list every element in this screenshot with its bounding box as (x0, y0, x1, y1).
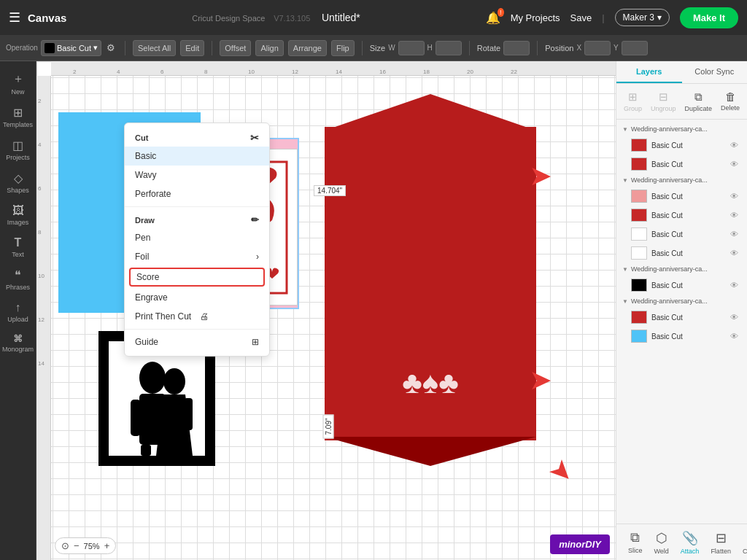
attach-icon: 📎 (682, 530, 698, 546)
sidebar-item-new[interactable]: ＋ New (0, 67, 36, 100)
cut-basic-item[interactable]: Basic (125, 147, 269, 166)
sidebar-item-shapes[interactable]: ◇ Shapes (0, 167, 36, 198)
layer-item-4-2[interactable]: Basic Cut 👁 (616, 327, 747, 346)
guide-label: Guide (135, 337, 158, 347)
offset-button[interactable]: Offset (220, 40, 251, 56)
layer-name: Basic Cut (651, 141, 726, 149)
sidebar-item-upload[interactable]: ↑ Upload (0, 297, 36, 327)
ungroup-action[interactable]: ⊟ Ungroup (646, 88, 681, 114)
edit-button[interactable]: Edit (180, 40, 204, 56)
ruler-mark: 10 (248, 69, 255, 75)
align-button[interactable]: Align (255, 40, 283, 56)
layer-group-3-header[interactable]: ▼ Wedding-anniversary-ca... (616, 262, 747, 276)
layer-item-1-2[interactable]: Basic Cut 👁 (616, 155, 747, 174)
eye-icon[interactable]: 👁 (730, 332, 738, 341)
settings-icon[interactable]: ⚙ (104, 42, 117, 53)
layer-item-3-1[interactable]: Basic Cut 👁 (616, 276, 747, 295)
ruler-mark: 18 (423, 69, 430, 75)
delete-icon: 🗑 (725, 90, 736, 103)
layer-thumb (631, 330, 647, 343)
flatten-button[interactable]: ⊟ Flatten (705, 527, 737, 558)
duplicate-action[interactable]: ⧉ Duplicate (681, 88, 717, 114)
zoom-out-button[interactable]: − (74, 540, 80, 551)
eye-icon[interactable]: 👁 (730, 230, 738, 238)
draw-score-item[interactable]: Score (129, 268, 265, 287)
group-icon: ⊞ (628, 90, 638, 104)
templates-icon: ⊞ (13, 106, 23, 120)
guide-item[interactable]: Guide ⊞ (125, 332, 269, 351)
red-envelope[interactable]: ♣♠♣ (325, 127, 536, 440)
eye-icon[interactable]: 👁 (730, 160, 738, 168)
topbar-left: ☰ Canvas (9, 9, 66, 26)
canvas-area[interactable]: 2 4 6 8 10 12 14 16 18 20 22 2 4 6 8 10 … (36, 61, 616, 560)
eye-icon[interactable]: 👁 (730, 192, 738, 201)
eye-icon[interactable]: 👁 (730, 141, 738, 149)
cut-perforate-item[interactable]: Perforate (125, 184, 269, 203)
sidebar-item-templates[interactable]: ⊞ Templates (0, 101, 36, 133)
my-projects-link[interactable]: My Projects (511, 12, 560, 23)
chevron-down-icon: ▼ (622, 177, 628, 184)
weld-button[interactable]: ⬡ Weld (649, 527, 675, 558)
tab-layers[interactable]: Layers (616, 61, 682, 83)
layer-item-2-4[interactable]: Basic Cut 👁 (616, 244, 747, 262)
operation-select[interactable]: Basic Cut ▾ (41, 40, 101, 56)
arrange-button[interactable]: Arrange (288, 40, 327, 56)
draw-pen-item[interactable]: Pen (125, 228, 269, 247)
notification-icon[interactable]: 🔔! (486, 11, 500, 25)
hamburger-icon[interactable]: ☰ (9, 9, 20, 26)
width-input[interactable] (398, 41, 425, 55)
layer-thumb (631, 246, 647, 260)
draw-foil-label: Foil (135, 252, 149, 262)
y-input[interactable] (622, 41, 648, 55)
flip-button[interactable]: Flip (331, 40, 355, 56)
print-then-cut-item[interactable]: Print Then Cut 🖨 (125, 307, 269, 326)
eye-icon[interactable]: 👁 (730, 313, 738, 322)
slice-button[interactable]: ⧉ Slice (622, 527, 649, 557)
layer-item-2-3[interactable]: Basic Cut 👁 (616, 225, 747, 244)
draw-label-text: Draw (135, 216, 155, 225)
ruler-mark: 16 (379, 69, 386, 75)
sidebar-item-monogram[interactable]: ⌘ Monogram (0, 329, 36, 357)
layer-group-1-header[interactable]: ▼ Wedding-anniversary-ca... (616, 122, 747, 136)
attach-button[interactable]: 📎 Attach (675, 527, 705, 558)
layer-item-4-1[interactable]: Basic Cut 👁 (616, 308, 747, 327)
sidebar-item-text[interactable]: T Text (0, 232, 36, 262)
zoom-value: 75% (84, 542, 100, 551)
delete-action[interactable]: 🗑 Delete (716, 88, 744, 114)
layer-thumb (631, 139, 647, 152)
eye-icon[interactable]: 👁 (730, 249, 738, 257)
sidebar-item-images[interactable]: 🖼 Images (0, 200, 36, 230)
layer-group-2-header[interactable]: ▼ Wedding-anniversary-ca... (616, 174, 747, 187)
layer-item-2-1[interactable]: Basic Cut 👁 (616, 187, 747, 206)
draw-foil-item[interactable]: Foil › (125, 247, 269, 266)
group-label: Group (624, 105, 642, 112)
layer-item-1-1[interactable]: Basic Cut 👁 (616, 136, 747, 155)
draw-engrave-item[interactable]: Engrave (125, 288, 269, 307)
zoom-in-button[interactable]: + (104, 540, 110, 551)
tab-color-sync[interactable]: Color Sync (682, 61, 748, 83)
contour-button[interactable]: ◌ Contou... (737, 527, 747, 558)
eye-icon[interactable]: 👁 (730, 211, 738, 219)
guide-icon: ⊞ (252, 337, 259, 347)
sidebar-item-projects[interactable]: ◫ Projects (0, 134, 36, 166)
h-label: H (427, 44, 433, 52)
layer-group-4-header[interactable]: ▼ Wedding-anniversary-ca... (616, 295, 747, 308)
cut-wavy-item[interactable]: Wavy (125, 166, 269, 184)
machine-selector[interactable]: Maker 3 ▾ (615, 9, 670, 26)
group-action[interactable]: ⊞ Group (619, 88, 646, 114)
zoom-fit-icon[interactable]: ⊙ (61, 540, 69, 551)
height-input[interactable] (436, 41, 462, 55)
print-then-cut-label: Print Then Cut (135, 311, 191, 322)
operation-dropdown: Cut ✂ Basic Wavy Perforate Draw ✏ Pen Fo… (124, 122, 270, 357)
sidebar-label-phrases: Phrases (6, 284, 30, 291)
eye-icon[interactable]: 👁 (730, 281, 738, 289)
layer-item-2-2[interactable]: Basic Cut 👁 (616, 206, 747, 225)
chevron-right-icon: › (256, 252, 259, 262)
arrow-right-top: ➤ (529, 160, 552, 192)
make-it-button[interactable]: Make It (680, 7, 738, 28)
select-all-button[interactable]: Select All (133, 40, 176, 56)
rotate-input[interactable] (503, 41, 530, 55)
sidebar-item-phrases[interactable]: ❝ Phrases (0, 264, 36, 295)
save-button[interactable]: Save (570, 12, 592, 23)
x-input[interactable] (584, 41, 611, 55)
